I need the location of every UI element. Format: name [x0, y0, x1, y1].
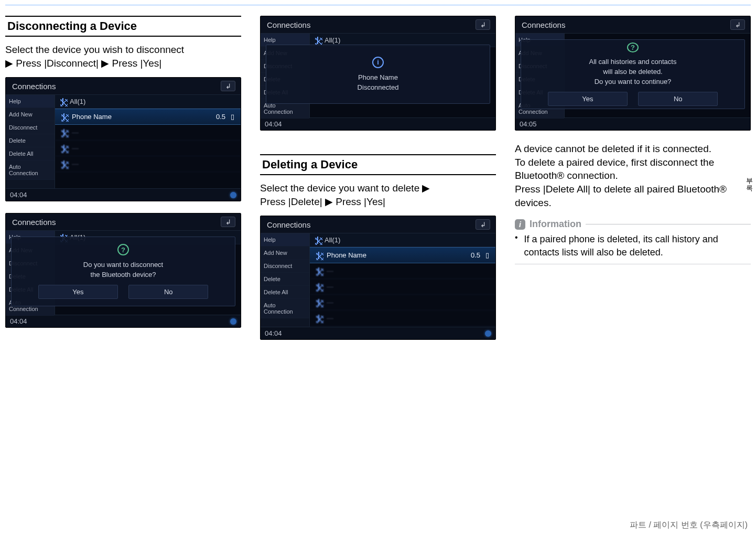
sidebar-add-new[interactable]: Add New — [261, 246, 309, 260]
information-heading: i Information — [515, 219, 751, 230]
device-name: Phone Name — [72, 113, 112, 121]
bullet-dot: • — [515, 233, 518, 259]
dialog-text: will also be deleted. — [603, 68, 662, 76]
back-button[interactable]: ↲ — [730, 19, 745, 30]
window-titlebar: Connections ↲ — [261, 216, 495, 233]
status-dot-icon — [485, 330, 491, 337]
back-button[interactable]: ↲ — [221, 81, 235, 91]
no-button[interactable]: No — [638, 92, 718, 106]
list-item-selected[interactable]: Phone Name 0.5 ▯ — [310, 247, 495, 263]
text: A device cannot be deleted if it is conn… — [515, 143, 711, 154]
screenshot-disconnected-toast: Connections ↲ Help Add New Disconnect De… — [260, 16, 496, 131]
status-bar: 04:04 — [6, 188, 241, 201]
screenshot-connections-list-2: Connections ↲ Help Add New Disconnect De… — [260, 216, 496, 340]
sidebar-delete-all[interactable]: Delete All — [6, 147, 55, 160]
confirm-dialog: ? Do you want to disconnect the Bluetoot… — [11, 237, 235, 306]
sidebar-auto-connection[interactable]: Auto Connection — [261, 299, 309, 318]
btn-ref-disconnect: |Disconnect| — [44, 58, 99, 69]
list-item: — — [310, 310, 495, 326]
status-bar: 04:04 — [6, 315, 241, 327]
dialog-text: the Bluetooth device? — [90, 271, 156, 278]
bluetooth-icon — [61, 129, 67, 136]
dialog-text: Do you want to continue? — [595, 78, 672, 85]
text: To delete a paired device, first disconn… — [515, 157, 714, 181]
text: ▶ Press — [325, 196, 364, 207]
rule — [515, 264, 751, 264]
info-dialog: i Phone Name Disconnected — [266, 45, 490, 104]
dialog-text: Phone Name — [358, 73, 398, 81]
sidebar-delete[interactable]: Delete — [6, 134, 55, 147]
screenshot-connections-list-1: Connections ↲ Help Add New Disconnect De… — [5, 77, 241, 201]
bluetooth-icon — [61, 160, 67, 168]
side-tab-appendix: 부록 — [744, 173, 754, 188]
btn-ref-delete: |Delete| — [288, 196, 322, 207]
text: Select the device you wish to disconnect — [5, 44, 184, 55]
window-titlebar: Connections ↲ — [261, 16, 495, 34]
page-top-separator — [5, 4, 751, 6]
information-bullet: • If a paired phone is deleted, its call… — [515, 233, 751, 259]
device-list: All(1) Phone Name 0.5 ▯ — — — — [55, 95, 241, 188]
list-item-selected[interactable]: Phone Name 0.5 ▯ — [55, 109, 241, 125]
bluetooth-icon — [316, 299, 321, 306]
device-meta: 0.5 — [216, 113, 225, 121]
no-button[interactable]: No — [128, 285, 208, 299]
text: Select the device you want to delete ▶ — [260, 183, 430, 194]
page-footer: 파트 / 페이지 번호 (우측페이지) — [630, 520, 748, 531]
back-button[interactable]: ↲ — [476, 19, 490, 30]
device-name: Phone Name — [327, 251, 366, 259]
delete-instructions: Select the device you want to delete ▶ P… — [260, 181, 496, 208]
sidebar-help[interactable]: Help — [261, 233, 309, 246]
status-bar: 04:04 — [261, 327, 495, 339]
section-rule — [260, 144, 496, 145]
sidebar-disconnect[interactable]: Disconnect — [261, 260, 309, 273]
dialog-text: Do you want to disconnect — [83, 261, 163, 269]
back-button[interactable]: ↲ — [221, 217, 235, 227]
sidebar-disconnect[interactable]: Disconnect — [6, 121, 55, 134]
list-header-text: All(1) — [325, 36, 340, 44]
status-dot-icon — [230, 192, 236, 198]
bluetooth-icon — [315, 237, 320, 244]
window-body: Help Add New Disconnect Delete Delete Al… — [515, 34, 750, 117]
sidebar-auto-connection[interactable]: Auto Connection — [6, 160, 55, 180]
sidebar-help[interactable]: Help — [6, 95, 55, 108]
clock: 04:04 — [265, 329, 282, 337]
disconnect-instructions: Select the device you wish to disconnect… — [5, 43, 241, 70]
column-3: Connections ↲ Help Add New Disconnect De… — [515, 16, 751, 351]
yes-button[interactable]: Yes — [548, 92, 628, 106]
text: ▶ Press — [5, 58, 44, 69]
sidebar-delete-all[interactable]: Delete All — [261, 286, 309, 299]
bluetooth-icon — [61, 113, 67, 121]
info-icon: i — [372, 57, 384, 68]
column-2: Connections ↲ Help Add New Disconnect De… — [260, 16, 496, 351]
sidebar-add-new[interactable]: Add New — [6, 108, 55, 121]
window-body: Help Add New Disconnect Delete Delete Al… — [6, 231, 241, 315]
bluetooth-icon — [316, 283, 321, 291]
text: ▶ Press — [101, 58, 140, 69]
list-item: — — [55, 141, 241, 156]
confirm-dialog: ? All call histories and contacts will a… — [521, 39, 745, 109]
question-icon: ? — [117, 244, 129, 255]
list-header-text: All(1) — [325, 236, 340, 244]
status-bar: 04:05 — [515, 117, 750, 130]
status-dot-icon — [230, 318, 236, 325]
phone-icon: ▯ — [485, 251, 489, 259]
list-item: — — [310, 263, 495, 279]
section-title-disconnecting: Disconnecting a Device — [5, 16, 241, 37]
sidebar-delete[interactable]: Delete — [261, 273, 309, 286]
bluetooth-icon — [315, 37, 320, 44]
dialog-text: All call histories and contacts — [589, 58, 677, 66]
list-header: All(1) — [55, 95, 241, 109]
back-button[interactable]: ↲ — [476, 219, 490, 230]
text: Press — [515, 184, 543, 195]
window-title: Connections — [267, 20, 310, 29]
rule — [586, 224, 751, 224]
window-title: Connections — [522, 20, 565, 29]
btn-ref-yes: |Yes| — [364, 196, 385, 207]
device-list: All(1) Phone Name 0.5 ▯ — — — — — [310, 233, 495, 327]
status-bar: 04:04 — [261, 117, 495, 130]
window-body: Help Add New Disconnect Delete Delete Al… — [6, 95, 241, 188]
list-item: — — [55, 156, 241, 172]
clock: 04:04 — [10, 191, 27, 199]
yes-button[interactable]: Yes — [38, 285, 118, 299]
sidebar: Help Add New Disconnect Delete Delete Al… — [261, 233, 310, 327]
